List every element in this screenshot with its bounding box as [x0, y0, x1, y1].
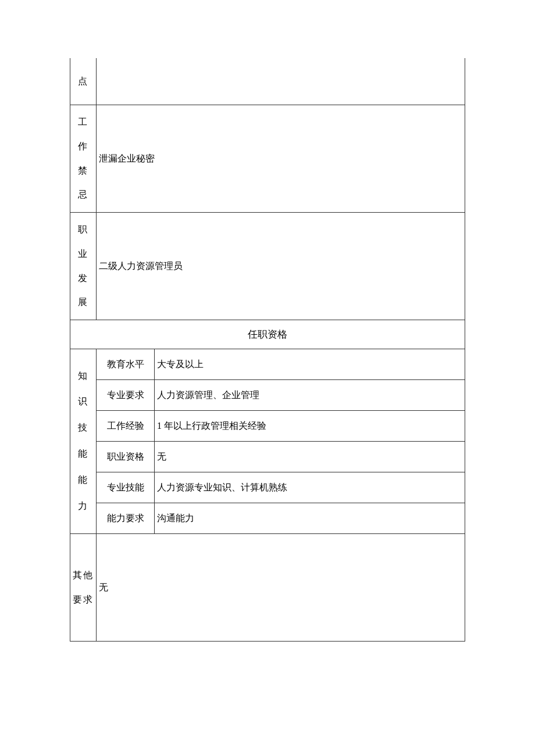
skill-row-0: 知 识 技 能 能 力 教育水平 大专及以上: [70, 349, 465, 379]
skill-value-3: 无: [155, 441, 465, 472]
skill-label-2: 工作经验: [97, 410, 155, 441]
skill-label-4: 专业技能: [97, 472, 155, 503]
point-value: [97, 58, 465, 105]
job-spec-table: 点 工 作 禁 忌 泄漏企业秘密 职 业 发 展 二级人力资源管理员 任职资格 …: [70, 58, 465, 756]
row-career: 职 业 发 展 二级人力资源管理员: [70, 212, 465, 320]
skill-value-2: 1 年以上行政管理相关经验: [155, 410, 465, 441]
skill-row-2: 工作经验 1 年以上行政管理相关经验: [70, 410, 465, 441]
skill-row-4: 专业技能 人力资源专业知识、计算机熟练: [70, 472, 465, 503]
skill-label-0: 教育水平: [97, 349, 155, 379]
row-taboo: 工 作 禁 忌 泄漏企业秘密: [70, 105, 465, 212]
main-table: 点 工 作 禁 忌 泄漏企业秘密 职 业 发 展 二级人力资源管理员 任职资格 …: [70, 58, 465, 642]
skill-row-5: 能力要求 沟通能力: [70, 503, 465, 533]
taboo-value: 泄漏企业秘密: [97, 105, 465, 212]
career-label: 职 业 发 展: [70, 212, 97, 320]
row-qualification-header: 任职资格: [70, 320, 465, 349]
skill-value-5: 沟通能力: [155, 503, 465, 533]
other-value: 无: [97, 533, 465, 641]
taboo-label: 工 作 禁 忌: [70, 105, 97, 212]
row-other: 其他 要求 无: [70, 533, 465, 641]
skill-label-1: 专业要求: [97, 379, 155, 410]
row-point: 点: [70, 58, 465, 105]
skill-value-0: 大专及以上: [155, 349, 465, 379]
knowledge-label: 知 识 技 能 能 力: [70, 349, 97, 533]
skill-value-1: 人力资源管理、企业管理: [155, 379, 465, 410]
skill-label-5: 能力要求: [97, 503, 155, 533]
career-value: 二级人力资源管理员: [97, 212, 465, 320]
skill-value-4: 人力资源专业知识、计算机熟练: [155, 472, 465, 503]
qualification-header: 任职资格: [70, 320, 465, 349]
skill-label-3: 职业资格: [97, 441, 155, 472]
point-label: 点: [70, 58, 97, 105]
other-label: 其他 要求: [70, 533, 97, 641]
skill-row-3: 职业资格 无: [70, 441, 465, 472]
skill-row-1: 专业要求 人力资源管理、企业管理: [70, 379, 465, 410]
